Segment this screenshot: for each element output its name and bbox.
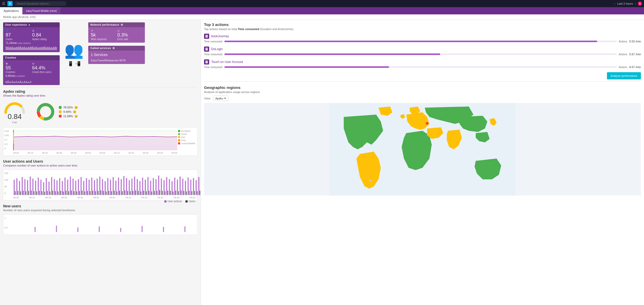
crashes-card: Crashes ⊗ 55 Crashes ⊙ 64.4% [3, 55, 60, 85]
svg-rect-107 [138, 191, 139, 195]
svg-rect-156 [77, 227, 78, 232]
svg-rect-120 [155, 179, 156, 195]
action-2-name[interactable]: DoLogin [211, 47, 223, 51]
svg-rect-51 [63, 191, 64, 195]
requests-metric: ↗ 5k Web requests [91, 29, 116, 41]
svg-rect-60 [75, 181, 76, 195]
action-1-name[interactable]: bookJourney [211, 34, 229, 38]
svg-rect-122 [158, 175, 159, 195]
time-range[interactable]: Last 2 hours [617, 2, 633, 5]
search-input[interactable] [15, 1, 66, 6]
svg-rect-67 [85, 191, 85, 195]
svg-rect-64 [81, 177, 82, 195]
svg-rect-151 [197, 191, 197, 195]
crashes-header: Crashes [3, 55, 60, 60]
apdex-subtitle: Shows the Apdex rating over time. [3, 94, 198, 97]
svg-rect-46 [56, 180, 57, 195]
svg-rect-42 [51, 177, 52, 195]
legend-poor: 11.68% 😞 [59, 115, 78, 118]
user-actions-title: User actions and Users [3, 159, 198, 163]
svg-rect-90 [115, 181, 116, 195]
svg-rect-91 [117, 191, 117, 195]
action-item-1: bookJourney Time consumed Actions 5.53 /… [204, 34, 641, 43]
svg-rect-28 [32, 179, 33, 195]
action-1-track [224, 41, 617, 42]
hamburger-icon[interactable]: ☰ [2, 2, 5, 6]
svg-rect-22 [24, 179, 25, 195]
donut-svg [37, 103, 55, 121]
svg-rect-40 [48, 182, 49, 195]
services-title: Called services [90, 47, 111, 50]
services-count: 1 Services [91, 53, 142, 57]
svg-rect-47 [58, 191, 58, 195]
svg-rect-113 [146, 191, 147, 195]
poor-pct: 11.68% [63, 115, 73, 118]
svg-rect-10 [13, 132, 14, 135]
user-actions-link[interactable]: over time [66, 164, 77, 167]
svg-rect-27 [31, 190, 32, 195]
svg-rect-168 [206, 49, 207, 49]
svg-rect-33 [39, 191, 40, 195]
svg-rect-70 [89, 180, 90, 195]
tab-bar: Applications easyTravel Mobile (new) [0, 7, 644, 14]
action-3-bar-row: Time consumed Actions 8.57 /min [204, 66, 641, 69]
geo-dropdown[interactable]: Apdex ▾ [213, 96, 228, 101]
svg-rect-17 [18, 191, 18, 195]
svg-rect-145 [189, 191, 189, 195]
svg-rect-136 [177, 180, 178, 195]
users-value: 87 [6, 32, 31, 38]
requests-value: 5k [91, 32, 116, 38]
notification-badge[interactable]: 1 [638, 2, 642, 6]
breadcrumb: Mobile app (Android, iOS) [0, 14, 644, 20]
svg-rect-48 [59, 178, 60, 195]
gauge-value: 0.84 [8, 113, 22, 121]
ux-metrics: 👤 87 Users ⊙ 0.84 Apdex rating [6, 29, 57, 41]
svg-rect-71 [90, 191, 90, 195]
action-3-name[interactable]: Touch on User Account [211, 60, 243, 64]
apdex-link[interactable]: time [40, 94, 45, 97]
back-chevron[interactable]: ‹ [614, 2, 615, 5]
forward-chevron[interactable]: › [635, 2, 636, 5]
svg-rect-43 [52, 191, 53, 195]
actions-rate: 71.24/min User actions [6, 42, 57, 44]
apdex-chart: 0.94 0.85 0.7 0.5 0 Excellent Good Fair … [3, 127, 198, 156]
action-1-actions-label: Actions [619, 40, 627, 43]
svg-rect-93 [119, 191, 120, 195]
svg-rect-56 [70, 177, 71, 195]
tab-applications[interactable]: Applications [0, 7, 22, 14]
analyze-performance-button[interactable]: Analyze performance [607, 72, 641, 79]
requests-label: Web requests [91, 38, 116, 41]
action-3-actions-label: Actions [619, 66, 627, 69]
good-dot [59, 110, 62, 113]
tab-easytravel[interactable]: easyTravel Mobile (new) [22, 7, 60, 14]
svg-rect-72 [91, 178, 92, 195]
svg-rect-74 [94, 180, 95, 195]
svg-rect-137 [178, 191, 179, 195]
svg-rect-45 [55, 191, 56, 195]
apdex-line-svg [13, 130, 177, 150]
svg-rect-30 [35, 181, 36, 195]
svg-rect-142 [185, 181, 186, 195]
svg-rect-65 [82, 191, 82, 195]
svg-rect-83 [106, 191, 107, 195]
action-2-fill [224, 53, 440, 55]
network-header: Network performance ⚙ [88, 22, 145, 27]
svg-rect-73 [93, 191, 93, 195]
svg-rect-21 [23, 191, 23, 195]
crashes-value: 55 [6, 65, 31, 71]
svg-rect-37 [45, 192, 45, 195]
svg-rect-76 [96, 179, 98, 195]
main-layout: User experience ● 👤 87 Users ⊙ [0, 20, 644, 305]
action-item-2: DoLogin Time consumed Actions 5.67 /min [204, 47, 641, 56]
crashes-rate: 0.45/min Crashes [6, 75, 57, 77]
svg-rect-149 [194, 191, 195, 195]
network-title: Network performance [90, 23, 119, 26]
action-3-icon [204, 59, 209, 64]
ua-legend: User actions Users [5, 200, 195, 203]
svg-rect-77 [98, 191, 99, 195]
nu-y-labels: 1 0.5 [4, 217, 8, 229]
svg-rect-36 [43, 182, 44, 195]
svg-rect-34 [40, 180, 41, 195]
svg-rect-131 [170, 191, 171, 195]
svg-rect-125 [162, 191, 163, 195]
